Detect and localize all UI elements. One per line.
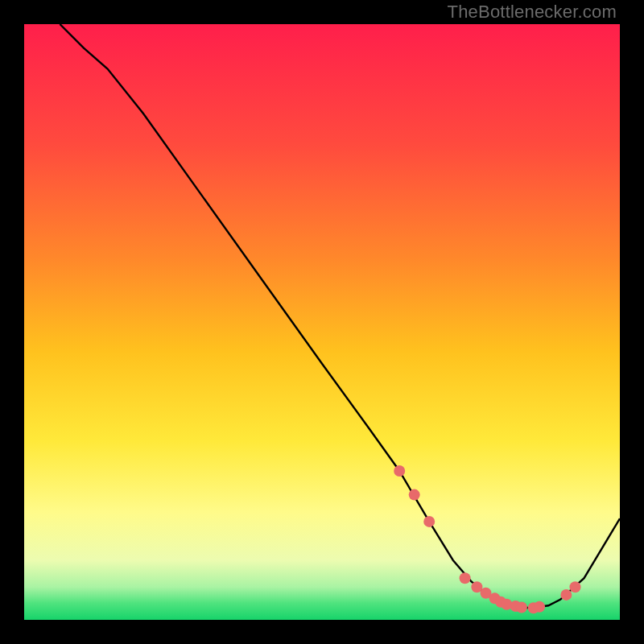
marker-point xyxy=(516,601,527,613)
marker-point xyxy=(560,589,572,601)
marker-point xyxy=(534,601,545,613)
marker-point xyxy=(570,581,581,592)
marker-point xyxy=(460,572,471,584)
marker-point xyxy=(409,489,420,501)
watermark-label: TheBottlenecker.com xyxy=(448,2,617,23)
chart-frame xyxy=(24,24,620,620)
marker-point xyxy=(423,516,435,527)
bottleneck-chart xyxy=(24,24,620,620)
marker-point xyxy=(394,465,405,477)
gradient-background xyxy=(24,24,620,620)
